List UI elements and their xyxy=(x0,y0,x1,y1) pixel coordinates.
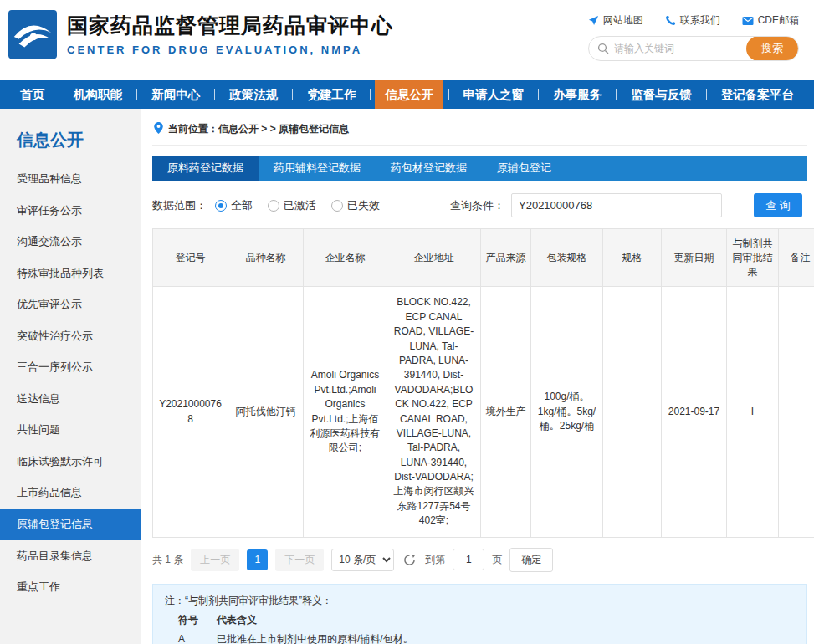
sidebar-item-special-approval-list[interactable]: 特殊审批品种列表 xyxy=(0,258,141,289)
breadcrumb-text: 当前位置：信息公开 > > 原辅包登记信息 xyxy=(168,122,349,136)
nav-item-applicant-window[interactable]: 申请人之窗 xyxy=(453,80,535,109)
note-header-row: 符号代表含义 xyxy=(165,611,795,630)
sidebar-item-delivery-info[interactable]: 送达信息 xyxy=(0,383,141,415)
sitemap-link[interactable]: 网站地图 xyxy=(588,13,643,28)
col-joint-review-result: 与制剂共同审批结果 xyxy=(727,229,779,287)
col-spec: 规格 xyxy=(603,229,662,287)
radio-all-dot xyxy=(215,200,227,212)
sidebar-item-breakthrough-therapy[interactable]: 突破性治疗公示 xyxy=(0,320,141,352)
next-page-button[interactable]: 下一页 xyxy=(275,549,324,571)
search-icon xyxy=(589,43,614,54)
radio-expired[interactable]: 已失效 xyxy=(331,198,380,213)
nav-divider xyxy=(59,89,59,100)
sidebar-item-drug-catalog-info[interactable]: 药品目录集信息 xyxy=(0,540,141,572)
tab-excipient-registration-data[interactable]: 药用辅料登记数据 xyxy=(259,156,376,181)
query-button[interactable]: 查 询 xyxy=(754,193,802,217)
note-row-a: A已批准在上市制剂中使用的原料/辅料/包材。 xyxy=(165,630,795,644)
site-subtitle: CENTER FOR DRUG EVALUATION, NMPA xyxy=(67,43,393,56)
sidebar-item-marketed-drug-info[interactable]: 上市药品信息 xyxy=(0,477,141,509)
location-pin-icon xyxy=(154,122,163,136)
sidebar-title: 信息公开 xyxy=(0,124,141,163)
mail-link-label: CDE邮箱 xyxy=(758,13,799,28)
sidebar-item-review-tasks[interactable]: 审评任务公示 xyxy=(0,195,141,227)
tab-raw-excipient-packaging-registration[interactable]: 原辅包登记 xyxy=(482,156,566,181)
note-box: 注：“与制剂共同审评审批结果”释义： 符号代表含义 A已批准在上市制剂中使用的原… xyxy=(152,584,807,644)
cell-product-origin: 境外生产 xyxy=(481,287,531,537)
refresh-icon[interactable] xyxy=(403,554,416,566)
sidebar-item-accepted-products[interactable]: 受理品种信息 xyxy=(0,163,141,195)
table-row[interactable]: Y20210000768 阿托伐他汀钙 Amoli Organics Pvt.L… xyxy=(153,287,814,537)
sidebar-item-clinical-trial-implied-license[interactable]: 临床试验默示许可 xyxy=(0,446,141,478)
header-search-input[interactable] xyxy=(614,43,746,54)
cell-company-address: BLOCK NO.422, ECP CANAL ROAD, VILLAGE-LU… xyxy=(387,287,481,537)
sidebar-item-communication[interactable]: 沟通交流公示 xyxy=(0,226,141,258)
site-header: 国家药品监督管理局药品审评中心 CENTER FOR DRUG EVALUATI… xyxy=(0,0,814,80)
jump-page-input[interactable] xyxy=(453,549,484,570)
note-meaning-a: 已批准在上市制剂中使用的原料/辅料/包材。 xyxy=(217,633,413,644)
col-company-name: 企业名称 xyxy=(304,229,387,287)
cell-packaging-spec: 100g/桶。1kg/桶。5kg/桶。25kg/桶 xyxy=(531,287,603,537)
nav-item-news[interactable]: 新闻中心 xyxy=(141,80,210,109)
col-remarks: 备注 xyxy=(779,229,814,287)
nav-item-functions[interactable]: 机构职能 xyxy=(64,80,132,109)
nav-item-registration-platform[interactable]: 登记备案平台 xyxy=(711,80,804,109)
filter-row: 数据范围： 全部 已激活 已失效 查询条件： 查 询 xyxy=(152,193,807,217)
mail-icon xyxy=(742,16,754,26)
jump-suffix-label: 页 xyxy=(492,553,502,567)
page-size-select[interactable]: 10 条/页 xyxy=(331,549,394,571)
sidebar-item-raw-excipient-packaging-registration[interactable]: 原辅包登记信息 xyxy=(0,509,141,540)
page-1-button[interactable]: 1 xyxy=(247,549,268,570)
site-title: 国家药品监督管理局药品审评中心 xyxy=(67,13,393,38)
nav-item-party-building[interactable]: 党建工作 xyxy=(297,80,366,109)
header-search-button[interactable]: 搜索 xyxy=(746,36,798,61)
col-product-origin: 产品来源 xyxy=(481,229,531,287)
note-symbol-header: 符号 xyxy=(178,611,217,630)
col-company-address: 企业地址 xyxy=(387,229,481,287)
nav-divider xyxy=(370,89,371,100)
query-condition-label: 查询条件： xyxy=(450,198,504,213)
mail-link[interactable]: CDE邮箱 xyxy=(742,13,799,28)
registration-table: 登记号 品种名称 企业名称 企业地址 产品来源 包装规格 规格 更新日期 与制剂… xyxy=(152,228,814,538)
tab-api-registration-data[interactable]: 原料药登记数据 xyxy=(152,156,259,181)
main-nav: 首页 机构职能 新闻中心 政策法规 党建工作 信息公开 申请人之窗 办事服务 监… xyxy=(0,80,814,109)
sitemap-link-label: 网站地图 xyxy=(603,13,643,28)
nav-divider xyxy=(292,89,293,100)
nav-item-supervision-feedback[interactable]: 监督与反馈 xyxy=(621,80,702,109)
sidebar-item-priority-review[interactable]: 优先审评公示 xyxy=(0,289,141,320)
table-header-row: 登记号 品种名称 企业名称 企业地址 产品来源 包装规格 规格 更新日期 与制剂… xyxy=(153,229,814,287)
nav-item-home[interactable]: 首页 xyxy=(10,80,54,109)
tab-bar: 原料药登记数据 药用辅料登记数据 药包材登记数据 原辅包登记 xyxy=(152,156,807,181)
query-input[interactable] xyxy=(511,193,722,217)
cell-company-name: Amoli Organics Pvt.Ltd.;Amoli Organics P… xyxy=(304,287,387,537)
total-count: 共 1 条 xyxy=(152,553,183,567)
nav-item-services[interactable]: 办事服务 xyxy=(543,80,612,109)
sitemap-icon xyxy=(588,15,599,26)
jump-prefix-label: 到第 xyxy=(425,553,445,567)
data-range-label: 数据范围： xyxy=(152,198,207,213)
sidebar-item-three-in-one-sequence[interactable]: 三合一序列公示 xyxy=(0,351,141,383)
nav-divider xyxy=(538,89,539,100)
sidebar: 信息公开 受理品种信息 审评任务公示 沟通交流公示 特殊审批品种列表 优先审评公… xyxy=(0,109,141,644)
header-search-bar: 搜索 xyxy=(588,36,799,61)
sidebar-item-common-issues[interactable]: 共性问题 xyxy=(0,414,141,446)
radio-expired-label: 已失效 xyxy=(347,198,380,213)
cde-logo xyxy=(8,10,57,59)
tab-packaging-material-registration-data[interactable]: 药包材登记数据 xyxy=(376,156,482,181)
cell-product-name: 阿托伐他汀钙 xyxy=(228,287,304,537)
radio-all[interactable]: 全部 xyxy=(215,198,253,213)
radio-activated-dot xyxy=(268,200,279,212)
prev-page-button[interactable]: 上一页 xyxy=(191,549,239,571)
note-meaning-header: 代表含义 xyxy=(217,614,257,626)
contact-link[interactable]: 联系我们 xyxy=(665,13,720,28)
nav-divider xyxy=(136,89,137,100)
col-update-date: 更新日期 xyxy=(662,229,727,287)
nav-divider xyxy=(706,89,707,100)
confirm-button[interactable]: 确定 xyxy=(509,548,553,572)
nav-item-policies[interactable]: 政策法规 xyxy=(219,80,288,109)
nav-item-info-disclosure[interactable]: 信息公开 xyxy=(375,80,443,109)
radio-activated[interactable]: 已激活 xyxy=(268,198,316,213)
col-registration-no: 登记号 xyxy=(153,229,228,287)
radio-activated-label: 已激活 xyxy=(284,198,316,213)
sidebar-item-key-work[interactable]: 重点工作 xyxy=(0,571,141,603)
note-symbol-a: A xyxy=(178,630,217,644)
